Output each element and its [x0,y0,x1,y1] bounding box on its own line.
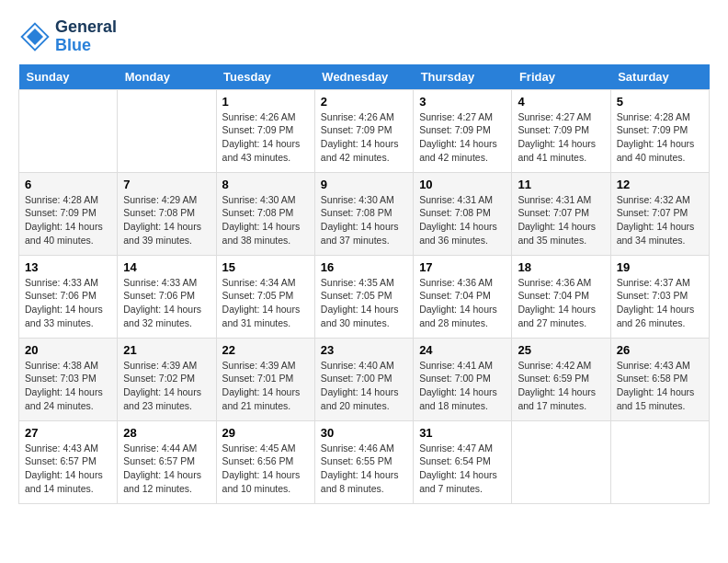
calendar-cell: 2Sunrise: 4:26 AMSunset: 7:09 PMDaylight… [314,89,413,172]
day-number: 18 [518,260,604,274]
day-number: 16 [321,260,407,274]
weekday-header-monday: Monday [118,64,216,90]
calendar-cell: 24Sunrise: 4:41 AMSunset: 7:00 PMDayligh… [414,338,512,420]
day-number: 2 [321,95,407,109]
day-number: 12 [617,178,703,191]
day-number: 19 [617,260,703,274]
day-info: Sunrise: 4:40 AMSunset: 7:00 PMDaylight:… [321,359,407,413]
calendar-cell: 5Sunrise: 4:28 AMSunset: 7:09 PMDaylight… [610,89,709,172]
weekday-header-row: SundayMondayTuesdayWednesdayThursdayFrid… [19,64,710,90]
svg-marker-1 [27,29,43,45]
calendar-cell: 12Sunrise: 4:32 AMSunset: 7:07 PMDayligh… [610,172,709,255]
weekday-header-wednesday: Wednesday [314,64,413,90]
calendar-cell [19,89,118,172]
day-number: 24 [419,343,506,357]
calendar-cell: 1Sunrise: 4:26 AMSunset: 7:09 PMDaylight… [216,89,314,172]
calendar-cell: 26Sunrise: 4:43 AMSunset: 6:58 PMDayligh… [610,338,709,420]
calendar-cell: 28Sunrise: 4:44 AMSunset: 6:57 PMDayligh… [118,420,216,503]
day-number: 30 [321,426,407,440]
calendar-cell: 19Sunrise: 4:37 AMSunset: 7:03 PMDayligh… [610,255,709,338]
day-number: 14 [123,260,210,274]
day-number: 17 [419,260,506,274]
day-number: 8 [222,178,309,191]
calendar-cell: 30Sunrise: 4:46 AMSunset: 6:55 PMDayligh… [314,420,413,503]
calendar-cell: 15Sunrise: 4:34 AMSunset: 7:05 PMDayligh… [216,255,314,338]
page-header: General Blue [18,18,710,55]
weekday-header-sunday: Sunday [19,64,118,90]
calendar-cell: 21Sunrise: 4:39 AMSunset: 7:02 PMDayligh… [118,338,216,420]
day-info: Sunrise: 4:27 AMSunset: 7:09 PMDaylight:… [419,110,506,165]
day-info: Sunrise: 4:29 AMSunset: 7:08 PMDaylight:… [123,193,210,247]
weekday-header-tuesday: Tuesday [216,64,314,90]
calendar-cell [118,89,216,172]
day-info: Sunrise: 4:35 AMSunset: 7:05 PMDaylight:… [321,276,407,330]
day-info: Sunrise: 4:46 AMSunset: 6:55 PMDaylight:… [321,442,407,496]
day-info: Sunrise: 4:45 AMSunset: 6:56 PMDaylight:… [222,442,309,496]
calendar-cell: 17Sunrise: 4:36 AMSunset: 7:04 PMDayligh… [414,255,512,338]
day-number: 15 [222,260,309,274]
day-number: 11 [518,178,604,191]
day-info: Sunrise: 4:43 AMSunset: 6:58 PMDaylight:… [617,359,703,413]
week-row-2: 6Sunrise: 4:28 AMSunset: 7:09 PMDaylight… [19,172,710,255]
calendar-cell: 3Sunrise: 4:27 AMSunset: 7:09 PMDaylight… [414,89,512,172]
calendar-cell [610,420,709,503]
week-row-5: 27Sunrise: 4:43 AMSunset: 6:57 PMDayligh… [19,420,710,503]
calendar-cell: 13Sunrise: 4:33 AMSunset: 7:06 PMDayligh… [19,255,118,338]
day-number: 27 [25,426,111,440]
day-info: Sunrise: 4:41 AMSunset: 7:00 PMDaylight:… [419,359,506,413]
week-row-1: 1Sunrise: 4:26 AMSunset: 7:09 PMDaylight… [19,89,710,172]
calendar-table: SundayMondayTuesdayWednesdayThursdayFrid… [18,64,710,504]
calendar-cell: 14Sunrise: 4:33 AMSunset: 7:06 PMDayligh… [118,255,216,338]
day-info: Sunrise: 4:34 AMSunset: 7:05 PMDaylight:… [222,276,309,330]
day-number: 5 [617,95,703,109]
day-info: Sunrise: 4:39 AMSunset: 7:02 PMDaylight:… [123,359,210,413]
day-info: Sunrise: 4:38 AMSunset: 7:03 PMDaylight:… [25,359,111,413]
day-number: 9 [321,178,407,191]
day-info: Sunrise: 4:26 AMSunset: 7:09 PMDaylight:… [321,110,407,165]
day-info: Sunrise: 4:30 AMSunset: 7:08 PMDaylight:… [222,193,309,247]
calendar-cell: 11Sunrise: 4:31 AMSunset: 7:07 PMDayligh… [512,172,610,255]
day-info: Sunrise: 4:47 AMSunset: 6:54 PMDaylight:… [419,442,506,496]
day-number: 7 [123,178,210,191]
calendar-cell: 6Sunrise: 4:28 AMSunset: 7:09 PMDaylight… [19,172,118,255]
calendar-cell: 10Sunrise: 4:31 AMSunset: 7:08 PMDayligh… [414,172,512,255]
calendar-cell: 29Sunrise: 4:45 AMSunset: 6:56 PMDayligh… [216,420,314,503]
day-info: Sunrise: 4:32 AMSunset: 7:07 PMDaylight:… [617,193,703,247]
day-info: Sunrise: 4:37 AMSunset: 7:03 PMDaylight:… [617,276,703,330]
day-info: Sunrise: 4:27 AMSunset: 7:09 PMDaylight:… [518,110,604,165]
calendar-cell: 8Sunrise: 4:30 AMSunset: 7:08 PMDaylight… [216,172,314,255]
calendar-cell: 9Sunrise: 4:30 AMSunset: 7:08 PMDaylight… [314,172,413,255]
day-info: Sunrise: 4:28 AMSunset: 7:09 PMDaylight:… [617,110,703,165]
day-number: 6 [25,178,111,191]
day-number: 29 [222,426,309,440]
calendar-cell: 23Sunrise: 4:40 AMSunset: 7:00 PMDayligh… [314,338,413,420]
day-info: Sunrise: 4:33 AMSunset: 7:06 PMDaylight:… [25,276,111,330]
day-info: Sunrise: 4:28 AMSunset: 7:09 PMDaylight:… [25,193,111,247]
logo: General Blue [18,18,117,55]
day-number: 22 [222,343,309,357]
day-number: 25 [518,343,604,357]
day-info: Sunrise: 4:31 AMSunset: 7:08 PMDaylight:… [419,193,506,247]
logo-text: General Blue [55,18,117,55]
logo-icon [18,20,51,53]
day-number: 31 [419,426,506,440]
calendar-cell: 27Sunrise: 4:43 AMSunset: 6:57 PMDayligh… [19,420,118,503]
day-info: Sunrise: 4:43 AMSunset: 6:57 PMDaylight:… [25,442,111,496]
day-info: Sunrise: 4:44 AMSunset: 6:57 PMDaylight:… [123,442,210,496]
calendar-cell: 4Sunrise: 4:27 AMSunset: 7:09 PMDaylight… [512,89,610,172]
day-number: 13 [25,260,111,274]
day-info: Sunrise: 4:33 AMSunset: 7:06 PMDaylight:… [123,276,210,330]
day-number: 4 [518,95,604,109]
weekday-header-friday: Friday [512,64,610,90]
day-number: 28 [123,426,210,440]
day-number: 21 [123,343,210,357]
day-info: Sunrise: 4:36 AMSunset: 7:04 PMDaylight:… [518,276,604,330]
day-info: Sunrise: 4:31 AMSunset: 7:07 PMDaylight:… [518,193,604,247]
week-row-3: 13Sunrise: 4:33 AMSunset: 7:06 PMDayligh… [19,255,710,338]
calendar-cell: 25Sunrise: 4:42 AMSunset: 6:59 PMDayligh… [512,338,610,420]
day-info: Sunrise: 4:42 AMSunset: 6:59 PMDaylight:… [518,359,604,413]
day-number: 10 [419,178,506,191]
day-info: Sunrise: 4:26 AMSunset: 7:09 PMDaylight:… [222,110,309,165]
week-row-4: 20Sunrise: 4:38 AMSunset: 7:03 PMDayligh… [19,338,710,420]
day-number: 26 [617,343,703,357]
